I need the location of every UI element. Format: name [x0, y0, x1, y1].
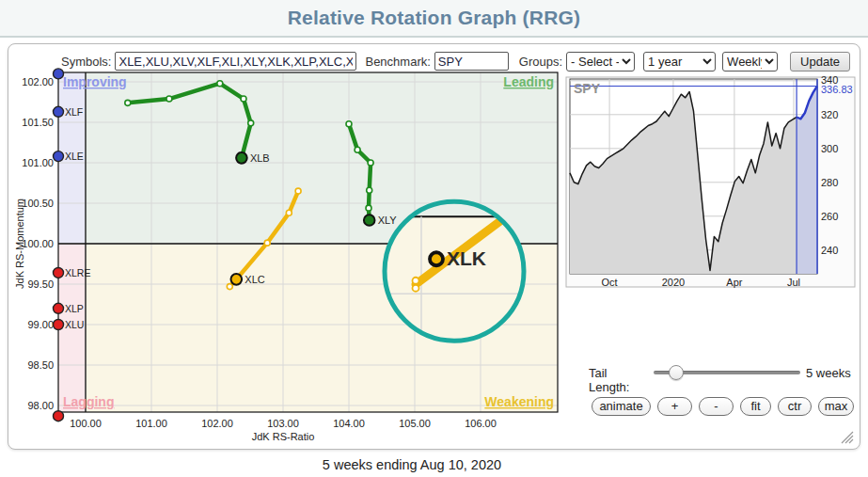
tail-point — [166, 96, 172, 102]
tail-point — [227, 284, 232, 290]
tail-point — [367, 187, 372, 193]
edge-symbol-XLRE: XLRE — [54, 267, 91, 278]
rrg-chart[interactable]: ImprovingLeadingLaggingWeakening100.0010… — [10, 67, 565, 448]
x-tick-label: 101.00 — [135, 418, 167, 429]
rrg-app-panel: Symbols: Benchmark: Groups: - Select - 1… — [8, 43, 860, 450]
tail-length-value: 5 weeks — [806, 366, 851, 380]
tail-point — [355, 147, 360, 152]
spy-y-tick-label: 240 — [821, 245, 838, 256]
edge-dot[interactable] — [54, 303, 64, 313]
x-tick-label: 104.00 — [333, 418, 365, 429]
edge-symbol — [54, 411, 64, 421]
x-tick-label: 100.00 — [70, 418, 102, 429]
edge-dot[interactable] — [54, 320, 64, 330]
y-tick-label: 101.00 — [22, 157, 54, 168]
y-tick-label: 101.50 — [22, 117, 54, 128]
y-tick-label: 98.50 — [27, 359, 54, 371]
spy-x-tick-label: Apr — [726, 277, 742, 288]
tail-point — [368, 160, 373, 166]
x-tick-label: 106.00 — [465, 418, 497, 429]
x-tick-label: 103.00 — [267, 418, 299, 429]
tail-point — [248, 120, 254, 126]
x-tick-label: 102.00 — [201, 418, 233, 429]
spy-title: SPY — [574, 81, 601, 96]
edge-symbol-XLE: XLE — [54, 151, 84, 162]
tail-point — [264, 240, 270, 246]
tail-point — [125, 100, 131, 105]
security-label-XLB: XLB — [250, 152, 270, 164]
tail-point — [286, 210, 292, 215]
edge-symbol-XLP: XLP — [54, 303, 84, 314]
tail-point — [295, 188, 301, 194]
tail-point — [366, 205, 371, 211]
edge-dot[interactable] — [54, 411, 64, 421]
groups-select[interactable]: - Select - — [566, 52, 635, 72]
x-axis-title: JdK RS-Ratio — [252, 431, 315, 442]
spy-y-tick-label: 300 — [821, 143, 838, 154]
tail-point — [217, 81, 223, 87]
x-tick-label: 105.00 — [399, 418, 431, 429]
fit-button[interactable]: fit — [740, 397, 771, 416]
spy-x-tick-label: 2020 — [662, 277, 685, 288]
edge-label-XLU: XLU — [65, 319, 84, 330]
chart-caption: 5 weeks ending Aug 10, 2020 — [323, 457, 501, 472]
spy-y-tick-label: 320 — [821, 109, 838, 120]
edge-dot[interactable] — [54, 151, 64, 162]
plus-button[interactable]: + — [657, 397, 692, 416]
y-tick-label: 99.50 — [27, 278, 54, 290]
zoom-control-buttons: animate+-fitctrmax — [592, 397, 854, 416]
tail-length-label: Tail Length: — [589, 366, 643, 394]
ctr-button[interactable]: ctr — [778, 397, 812, 416]
edge-symbol-XLU: XLU — [54, 319, 85, 330]
tail-length-slider-thumb[interactable] — [669, 365, 684, 380]
security-label-XLY: XLY — [378, 215, 398, 226]
edge-label-XLRE: XLRE — [65, 267, 90, 278]
period-select[interactable]: 1 year — [643, 52, 716, 72]
frequency-select[interactable]: Weekly — [722, 52, 778, 72]
security-label-XLK: XLK — [447, 247, 486, 269]
y-tick-label: 98.00 — [27, 400, 54, 411]
spy-y-tick-label: 280 — [821, 177, 838, 188]
y-tick-label: 99.00 — [27, 319, 54, 330]
edge-label-XLE: XLE — [65, 151, 84, 162]
tail-point — [241, 96, 246, 102]
spy-y-tick-label: 260 — [821, 211, 838, 222]
spy-x-tick-label: Jul — [787, 277, 800, 288]
quadrant-label-lagging: Lagging — [63, 394, 114, 409]
quadrant-label-improving: Improving — [63, 74, 127, 89]
security-marker-XLC[interactable] — [231, 274, 243, 285]
animate-button[interactable]: animate — [592, 397, 651, 416]
spy-benchmark-chart[interactable]: 240260280300320340336.83Oct2020AprJulSPY — [563, 74, 862, 293]
edge-label-XLF: XLF — [65, 106, 83, 118]
spy-last-value-label: 336.83 — [821, 84, 853, 95]
y-tick-label: 100.00 — [22, 238, 54, 249]
security-marker-XLY[interactable] — [364, 215, 375, 226]
magnified-tail-point — [413, 285, 419, 292]
y-tick-label: 100.50 — [22, 198, 54, 209]
edge-dot[interactable] — [54, 267, 64, 278]
y-tick-label: 102.00 — [22, 76, 54, 87]
page-title: Relative Rotation Graph (RRG) — [288, 7, 581, 29]
minus-button[interactable]: - — [699, 397, 734, 416]
edge-dot[interactable] — [54, 106, 64, 117]
spy-x-tick-label: Oct — [602, 277, 618, 288]
security-marker-XLK[interactable] — [430, 252, 443, 265]
security-label-XLC: XLC — [245, 274, 264, 285]
y-axis-title: JdK RS-Momentum — [14, 199, 25, 289]
edge-label-XLP: XLP — [65, 303, 84, 314]
title-bar: Relative Rotation Graph (RRG) — [0, 0, 868, 38]
max-button[interactable]: max — [818, 397, 854, 416]
edge-symbol-XLF: XLF — [54, 106, 84, 118]
magnified-tail-point — [413, 278, 419, 284]
security-marker-XLB[interactable] — [236, 152, 247, 164]
quadrant-label-leading: Leading — [503, 74, 554, 89]
update-button[interactable]: Update — [790, 52, 850, 72]
edge-symbol — [54, 69, 64, 79]
tail-point — [346, 121, 352, 127]
edge-dot[interactable] — [54, 69, 64, 79]
quadrant-label-weakening: Weakening — [484, 394, 554, 409]
resize-handle-icon[interactable] — [841, 431, 854, 444]
